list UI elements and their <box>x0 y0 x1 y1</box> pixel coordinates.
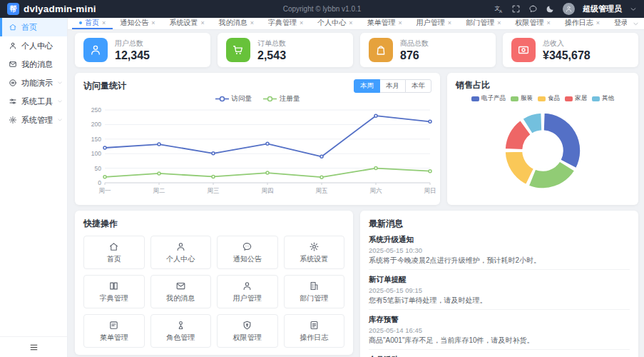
tab-close-icon[interactable]: × <box>300 19 303 26</box>
sidebar-collapse-button[interactable] <box>0 336 67 357</box>
tab-close-icon[interactable]: × <box>349 19 352 26</box>
legend-食品[interactable]: 食品 <box>538 94 560 103</box>
legend-家居[interactable]: 家居 <box>565 94 587 103</box>
legend-label: 家居 <box>575 94 587 103</box>
tab-我的消息[interactable]: 我的消息× <box>212 18 261 29</box>
svg-text:周三: 周三 <box>208 187 220 194</box>
dark-mode-moon-icon[interactable] <box>546 4 555 14</box>
quick-op-部门管理[interactable]: 部门管理 <box>284 275 345 308</box>
tab-close-icon[interactable]: × <box>201 19 205 26</box>
quick-op-我的消息[interactable]: 我的消息 <box>150 275 212 308</box>
message-icon[interactable] <box>528 4 538 14</box>
tab-close-icon[interactable]: × <box>102 19 106 26</box>
tab-用户管理[interactable]: 用户管理× <box>409 18 459 29</box>
shield-icon <box>242 320 252 331</box>
sidebar-item-个人中心[interactable]: 个人中心 <box>0 36 67 55</box>
stat-card-商品总数: 商品总数876 <box>360 33 496 67</box>
quick-op-权限管理[interactable]: 权限管理 <box>217 314 278 348</box>
tab-close-icon[interactable]: × <box>250 19 254 26</box>
tab-close-icon[interactable]: × <box>151 19 155 26</box>
legend-服装[interactable]: 服装 <box>511 94 533 103</box>
news-item: 系统升级通知2025-05-15 10:30系统将于今晚凌晨2点进行升级维护，预… <box>369 230 630 270</box>
svg-text:周一: 周一 <box>99 187 111 194</box>
quick-op-操作日志[interactable]: 操作日志 <box>284 314 345 348</box>
legend-访问量[interactable]: 访问量 <box>215 94 252 104</box>
sidebar-item-label: 首页 <box>21 22 37 33</box>
fullscreen-icon[interactable] <box>511 4 521 14</box>
quick-op-用户管理[interactable]: 用户管理 <box>217 275 278 308</box>
tab-close-icon[interactable]: × <box>596 19 600 26</box>
user-menu-chevron-icon[interactable] <box>630 6 637 13</box>
news-item-time: 2025-05-15 09:15 <box>369 286 630 294</box>
legend-其他[interactable]: 其他 <box>592 94 614 103</box>
sidebar-item-系统工具[interactable]: 系统工具 <box>0 92 67 111</box>
active-tab-dot <box>79 21 82 24</box>
main-content: 用户总数12,345订单总数2,543商品总数876总收入¥345,678 访问… <box>68 30 644 357</box>
svg-text:周六: 周六 <box>370 187 383 194</box>
tab-close-icon[interactable]: × <box>546 19 550 26</box>
chat-bubble-icon <box>242 241 252 252</box>
quick-op-首页[interactable]: 首页 <box>83 236 145 269</box>
sidebar-item-首页[interactable]: 首页 <box>0 18 67 36</box>
tab-label: 菜单管理 <box>367 18 396 28</box>
sidebar-item-label: 系统管理 <box>21 115 53 126</box>
news-item: 新订单提醒2025-05-15 09:15您有5笔新订单待处理，请及时处理。 <box>369 270 630 310</box>
quick-op-角色管理[interactable]: 角色管理 <box>150 314 212 348</box>
menu-doc-icon <box>108 320 119 331</box>
tab-close-icon[interactable]: × <box>497 19 501 26</box>
money-icon <box>511 38 536 62</box>
tab-菜单管理[interactable]: 菜单管理× <box>360 18 409 29</box>
legend-电子产品[interactable]: 电子产品 <box>471 94 506 103</box>
quick-op-系统设置[interactable]: 系统设置 <box>284 236 345 269</box>
tab-首页[interactable]: 首页× <box>72 18 113 29</box>
quick-op-通知公告[interactable]: 通知公告 <box>217 236 278 269</box>
gear-icon <box>9 116 17 124</box>
news-item-title: 系统升级通知 <box>369 235 630 245</box>
tab-系统设置[interactable]: 系统设置× <box>163 18 212 29</box>
pie-chart-legend: 电子产品服装食品家居其他 <box>456 94 630 103</box>
translate-icon[interactable]: 文A <box>494 4 504 14</box>
tab-权限管理[interactable]: 权限管理× <box>508 18 557 29</box>
sidebar-item-label: 我的消息 <box>21 59 53 70</box>
pie-legend-swatch <box>471 96 479 101</box>
news-item-content: 商品"A001"库存不足，当前库存10件，请及时补货。 <box>369 336 630 345</box>
news-item: 会员活动2025-05-14 14:30 <box>369 350 630 357</box>
tab-个人中心[interactable]: 个人中心× <box>310 18 359 29</box>
username[interactable]: 超级管理员 <box>583 4 622 14</box>
range-button-本周[interactable]: 本周 <box>354 79 380 93</box>
avatar[interactable] <box>563 3 575 15</box>
range-button-本月[interactable]: 本月 <box>379 79 406 93</box>
visits-line-chart: 050100150200250周一周二周三周四周五周六周日 <box>83 104 431 198</box>
sidebar-item-功能演示[interactable]: 功能演示 <box>0 74 67 92</box>
quick-op-菜单管理[interactable]: 菜单管理 <box>83 314 145 348</box>
news-item-title: 新订单提醒 <box>369 275 630 285</box>
tab-字典管理[interactable]: 字典管理× <box>261 18 310 29</box>
sidebar-item-系统管理[interactable]: 系统管理 <box>0 111 67 129</box>
tab-close-icon[interactable]: × <box>448 19 451 26</box>
tab-close-icon[interactable]: × <box>399 19 402 26</box>
line-legend-marker <box>263 96 277 102</box>
tab-overflow-chevron-icon[interactable] <box>627 18 644 29</box>
svg-text:周四: 周四 <box>262 187 274 194</box>
range-button-本年[interactable]: 本年 <box>405 79 431 93</box>
legend-注册量[interactable]: 注册量 <box>263 94 300 104</box>
cart-icon <box>226 38 250 62</box>
tab-通知公告[interactable]: 通知公告× <box>113 18 162 29</box>
quick-op-label: 系统设置 <box>300 254 328 264</box>
sidebar: 首页个人中心我的消息功能演示系统工具系统管理 <box>0 18 68 357</box>
tab-label: 首页 <box>85 18 99 28</box>
tab-label: 系统设置 <box>170 18 198 28</box>
quick-op-label: 通知公告 <box>233 254 262 264</box>
quick-ops-card: 快捷操作 首页个人中心通知公告系统设置字典管理我的消息用户管理部门管理菜单管理角… <box>75 211 353 355</box>
quick-op-label: 个人中心 <box>166 254 195 264</box>
sidebar-item-我的消息[interactable]: 我的消息 <box>0 55 67 74</box>
app-logo[interactable]: 帮 dvlyadmin-mini <box>7 3 96 15</box>
tab-登录日志[interactable]: 登录日志× <box>607 18 627 29</box>
quick-op-label: 菜单管理 <box>100 333 128 343</box>
stat-label: 用户总数 <box>115 39 150 49</box>
gear-icon <box>309 241 320 252</box>
quick-op-个人中心[interactable]: 个人中心 <box>150 236 212 269</box>
tab-操作日志[interactable]: 操作日志× <box>558 18 607 29</box>
tab-部门管理[interactable]: 部门管理× <box>459 18 508 29</box>
quick-op-字典管理[interactable]: 字典管理 <box>83 275 145 308</box>
